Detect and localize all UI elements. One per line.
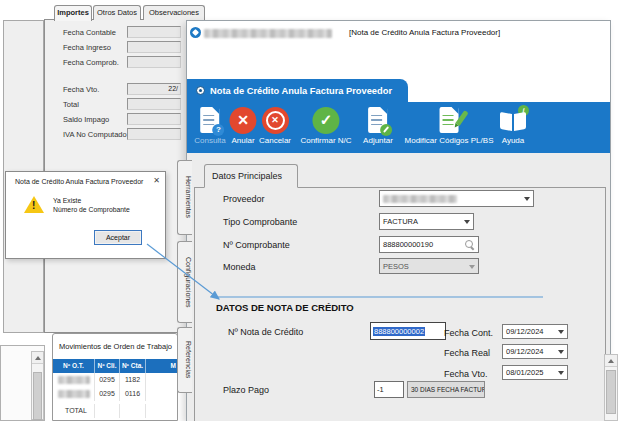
- ot-cell: [53, 373, 95, 387]
- redacted-text: [58, 376, 90, 384]
- toolbar-label: Adjuntar: [363, 136, 393, 145]
- toolbar-label: Consulta: [194, 136, 226, 145]
- fecha-vto-value: 08/01/2025: [506, 368, 544, 377]
- module-tab-label: Nota de Crédito Anula Factura Proveedor: [210, 86, 392, 96]
- scroll-up-icon[interactable]: [605, 355, 617, 367]
- search-icon[interactable]: [465, 240, 475, 250]
- dialog-message-line2: Número de Comprobante: [53, 206, 130, 213]
- field-label-fecha-comprob: Fecha Comprob.: [63, 58, 119, 67]
- column-header-cta[interactable]: Nº Cta.: [120, 359, 146, 373]
- warning-exclamation: !: [32, 200, 35, 211]
- table-row[interactable]: 0295 1182: [53, 373, 178, 387]
- fecha-real-value: 09/12/2024: [506, 347, 544, 356]
- total-m-cell: [146, 404, 176, 418]
- cli-cell: 0295: [95, 387, 120, 401]
- proveedor-combobox[interactable]: [379, 190, 534, 207]
- fecha-comprob-input[interactable]: [127, 56, 181, 68]
- check-circle-icon: ✓: [313, 107, 340, 134]
- toolbar-adjuntar-button[interactable]: Adjuntar: [363, 105, 393, 145]
- field-label-total: Total: [63, 100, 79, 109]
- fecha-vto-input[interactable]: 22/: [127, 83, 181, 95]
- plazo-pago-descripcion-button[interactable]: 30 DIAS FECHA FACTUR...: [407, 381, 485, 398]
- chevron-down-icon: [558, 350, 564, 357]
- dialog-message-line1: Ya Existe: [53, 197, 81, 204]
- tipo-comprobante-label: Tipo Comprobante: [223, 217, 297, 227]
- fecha-vto-nc-label: Fecha Vto.: [444, 369, 488, 379]
- toolbar-label: Ayuda: [500, 136, 526, 145]
- chevron-down-icon: [558, 330, 564, 337]
- redacted-title-text: [204, 29, 332, 38]
- fecha-real-datepicker[interactable]: 09/12/2024: [502, 344, 568, 359]
- field-label-iva-no-computado: IVA No Computado: [63, 130, 127, 139]
- main-scrollbar[interactable]: [604, 354, 618, 421]
- column-header-cli[interactable]: Nº Cli.: [95, 359, 120, 373]
- toolbar-modificar-codigos-button[interactable]: Modificar Códigos PL/BS: [405, 105, 494, 145]
- nro-comprobante-label: Nº Comprobante: [223, 240, 290, 250]
- fecha-cont-datepicker[interactable]: 09/12/2024: [502, 324, 568, 339]
- m-cell: [146, 387, 176, 401]
- column-header-ot[interactable]: Nº O.T.: [53, 359, 95, 373]
- help-book-icon: i: [500, 112, 526, 132]
- plazo-pago-input[interactable]: -1: [374, 381, 404, 398]
- toolbar-cancelar-button[interactable]: ✕ Cancelar: [259, 105, 291, 145]
- toolbar-label: Confirmar N/C: [300, 136, 351, 145]
- nro-comprobante-input[interactable]: 888800000190: [379, 236, 479, 253]
- aceptar-button[interactable]: Aceptar: [94, 230, 142, 245]
- field-label-fecha-ingreso: Fecha Ingreso: [63, 43, 111, 52]
- nc-section-title: DATOS DE NOTA DE CRÉDITO: [216, 302, 354, 313]
- tab-datos-principales[interactable]: Datos Principales: [204, 164, 298, 188]
- mini-scrollbar-thumb[interactable]: [33, 372, 42, 420]
- side-tab-configuraciones[interactable]: Configuraciones: [177, 241, 192, 323]
- table-row[interactable]: 0295 0116: [53, 387, 178, 401]
- module-tab[interactable]: Nota de Crédito Anula Factura Proveedor: [187, 79, 408, 102]
- field-label-saldo-impago: Saldo Impago: [63, 115, 109, 124]
- scroll-up-icon[interactable]: [32, 352, 43, 364]
- plazo-pago-label: Plazo Pago: [223, 385, 269, 395]
- total-cli-cell: [95, 404, 120, 418]
- mini-scrollbar[interactable]: [31, 351, 44, 420]
- chevron-down-icon: [469, 265, 475, 272]
- moneda-combobox: PESOS: [379, 258, 479, 274]
- document-attach-icon: [368, 107, 387, 133]
- fecha-vto-datepicker[interactable]: 08/01/2025: [502, 365, 568, 380]
- toolbar-label: Cancelar: [259, 136, 291, 145]
- chevron-down-icon: [524, 197, 530, 204]
- selected-text: 888800000002: [373, 327, 425, 336]
- fecha-cont-value: 09/12/2024: [506, 327, 544, 336]
- fecha-contable-input[interactable]: [127, 26, 181, 38]
- tab-observaciones[interactable]: Observaciones: [143, 5, 205, 20]
- nro-comprobante-value: 888800000190: [383, 240, 433, 249]
- close-icon[interactable]: ✕: [153, 176, 160, 185]
- side-tab-herramientas[interactable]: Herramientas: [177, 160, 192, 235]
- toolbar-label: Anular: [230, 136, 257, 145]
- toolbar-confirmar-button[interactable]: ✓ Confirmar N/C: [300, 105, 351, 145]
- moneda-label: Moneda: [223, 262, 256, 272]
- side-tab-referencias[interactable]: Referencias: [177, 327, 192, 393]
- tipo-comprobante-combobox[interactable]: FACTURA: [379, 213, 474, 230]
- toolbar-label: Modificar Códigos PL/BS: [405, 136, 494, 145]
- column-header-m[interactable]: M: [146, 359, 176, 373]
- saldo-impago-input[interactable]: [127, 113, 181, 125]
- iva-no-computado-input[interactable]: [127, 128, 181, 140]
- nro-nota-credito-label: Nº Nota de Crédito: [228, 327, 303, 337]
- cta-cell: 0116: [120, 387, 146, 401]
- redacted-text: [383, 195, 457, 203]
- cross-circle-icon: ✕: [230, 107, 257, 134]
- toolbar-ayuda-button[interactable]: i Ayuda: [500, 105, 526, 145]
- total-row: TOTAL: [53, 404, 178, 418]
- toolbar-anular-button[interactable]: ✕ Anular: [230, 105, 257, 145]
- app-logo-icon: [190, 27, 201, 38]
- total-cta-cell: [120, 404, 146, 418]
- toolbar-consulta-button[interactable]: ? Consulta: [194, 105, 226, 145]
- tab-importes[interactable]: Importes: [54, 5, 92, 21]
- nro-nota-credito-input[interactable]: 888800000002: [370, 322, 446, 340]
- tipo-comprobante-value: FACTURA: [383, 217, 418, 226]
- tab-otros-datos[interactable]: Otros Datos: [93, 5, 141, 20]
- cli-cell: 0295: [95, 373, 120, 387]
- movimientos-header-row: Nº O.T. Nº Cli. Nº Cta. M: [53, 359, 178, 373]
- fecha-cont-label: Fecha Cont.: [444, 328, 493, 338]
- main-scrollbar-thumb[interactable]: [606, 370, 616, 414]
- total-input[interactable]: [127, 98, 181, 110]
- fecha-ingreso-input[interactable]: [127, 41, 181, 53]
- dialog-title: Nota de Crédito Anula Factura Proveedor: [15, 178, 143, 185]
